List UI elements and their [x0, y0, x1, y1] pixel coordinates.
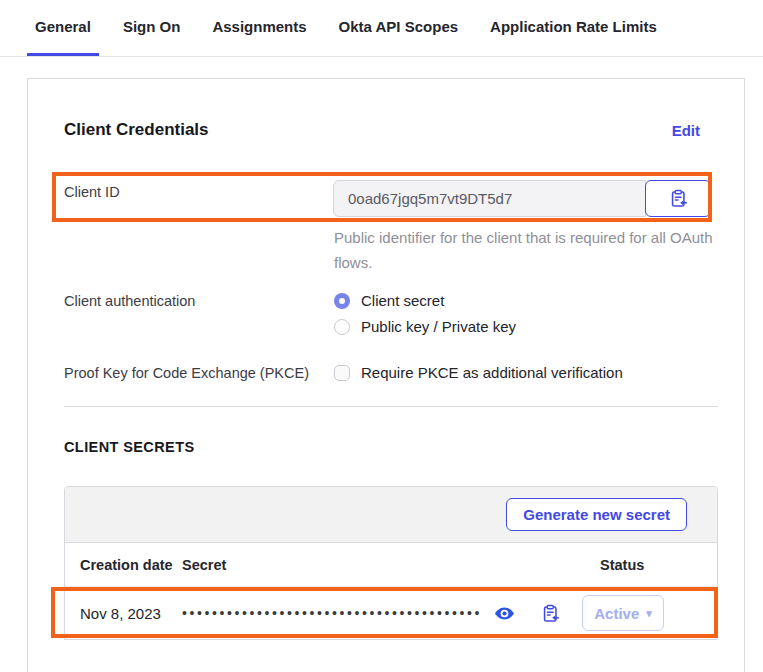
client-secrets-table: Generate new secret Creation date Secret… [64, 486, 718, 640]
radio-public-key[interactable] [334, 319, 350, 335]
client-authentication-label: Client authentication [64, 293, 195, 309]
tab-general[interactable]: General [27, 0, 99, 56]
tab-bar: General Sign On Assignments Okta API Sco… [0, 0, 763, 57]
chevron-down-icon: ▾ [646, 608, 652, 619]
client-id-value[interactable]: 0oad67jgq5m7vt9DT5d7 [333, 180, 646, 217]
pkce-checkbox-row: Require PKCE as additional verification [334, 364, 623, 381]
table-toolbar: Generate new secret [65, 487, 717, 543]
section-divider [64, 406, 718, 407]
secret-table-row: Nov 8, 2023 ••••••••••••••••••••••••••••… [65, 586, 717, 639]
section-title-client-secrets: CLIENT SECRETS [64, 439, 194, 455]
copy-client-id-button[interactable] [645, 180, 711, 217]
tab-okta-api-scopes[interactable]: Okta API Scopes [331, 0, 467, 56]
radio-row-public-key: Public key / Private key [334, 318, 516, 335]
app-settings-page: General Sign On Assignments Okta API Sco… [0, 0, 763, 672]
client-credentials-card: Client Credentials Edit Client ID 0oad67… [27, 78, 745, 672]
tab-sign-on[interactable]: Sign On [115, 0, 189, 56]
radio-client-secret[interactable] [334, 293, 350, 309]
radio-client-secret-label: Client secret [361, 292, 444, 309]
section-title-client-credentials: Client Credentials [64, 120, 209, 140]
clipboard-paste-icon [666, 187, 690, 211]
radio-public-key-label: Public key / Private key [361, 318, 516, 335]
secret-creation-date: Nov 8, 2023 [65, 605, 182, 622]
client-id-label: Client ID [64, 184, 120, 200]
edit-link[interactable]: Edit [672, 122, 700, 139]
secret-masked-value: •••••••••••••••••••••••••••••••••••••••• [182, 605, 490, 621]
table-header-row: Creation date Secret Status [65, 543, 717, 586]
status-label: Active [594, 605, 639, 622]
header-creation-date: Creation date [65, 557, 182, 573]
client-id-help-text: Public identifier for the client that is… [334, 225, 726, 275]
copy-secret-button[interactable] [538, 601, 562, 625]
generate-new-secret-button[interactable]: Generate new secret [506, 498, 687, 531]
pkce-label: Proof Key for Code Exchange (PKCE) [64, 365, 309, 381]
header-status: Status [600, 557, 644, 573]
header-secret: Secret [182, 557, 482, 573]
tab-application-rate-limits[interactable]: Application Rate Limits [482, 0, 665, 56]
radio-row-client-secret: Client secret [334, 292, 444, 309]
tab-assignments[interactable]: Assignments [204, 0, 314, 56]
pkce-checkbox[interactable] [334, 365, 350, 381]
eye-icon[interactable] [492, 601, 516, 625]
status-dropdown[interactable]: Active ▾ [582, 595, 664, 631]
pkce-checkbox-label: Require PKCE as additional verification [361, 364, 623, 381]
